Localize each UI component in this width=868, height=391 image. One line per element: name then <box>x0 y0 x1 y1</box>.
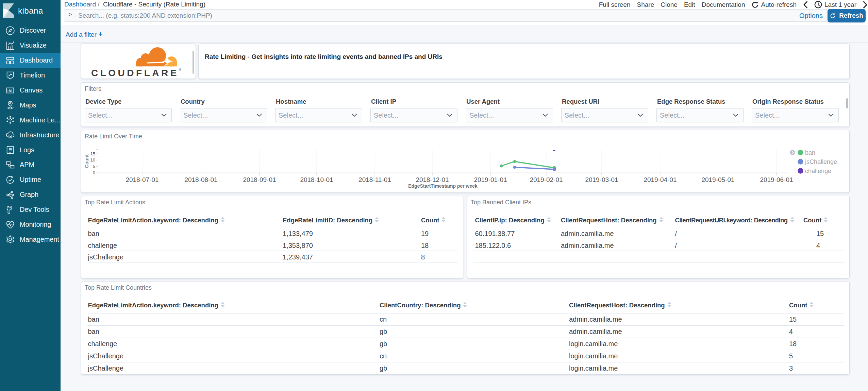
svg-text:2019-06-01: 2019-06-01 <box>760 176 793 183</box>
svg-text:2018-07-01: 2018-07-01 <box>126 176 158 183</box>
svg-text:2018-12-01: 2018-12-01 <box>416 176 449 183</box>
svg-text:challenge: challenge <box>805 168 831 174</box>
svg-text:2018-08-01: 2018-08-01 <box>184 176 217 183</box>
svg-text:2019-02-01: 2019-02-01 <box>530 176 563 183</box>
svg-text:15: 15 <box>90 151 95 156</box>
svg-text:2019-01-01: 2019-01-01 <box>474 176 507 183</box>
svg-text:0: 0 <box>93 170 95 175</box>
svg-text:ban: ban <box>805 149 815 156</box>
svg-text:2019-05-01: 2019-05-01 <box>701 176 734 183</box>
svg-text:EdgeStartTimestamp per week: EdgeStartTimestamp per week <box>408 183 478 189</box>
svg-text:Count: Count <box>84 154 89 168</box>
svg-text:2018-11-01: 2018-11-01 <box>358 176 391 183</box>
svg-text:2019-04-01: 2019-04-01 <box>644 176 677 183</box>
svg-text:2018-10-01: 2018-10-01 <box>300 176 333 183</box>
svg-text:10: 10 <box>90 157 95 163</box>
svg-text:2018-09-01: 2018-09-01 <box>243 176 276 183</box>
svg-text:5: 5 <box>93 164 95 169</box>
svg-text:jsChallenge: jsChallenge <box>805 158 837 165</box>
svg-text:2019-03-01: 2019-03-01 <box>585 176 618 183</box>
